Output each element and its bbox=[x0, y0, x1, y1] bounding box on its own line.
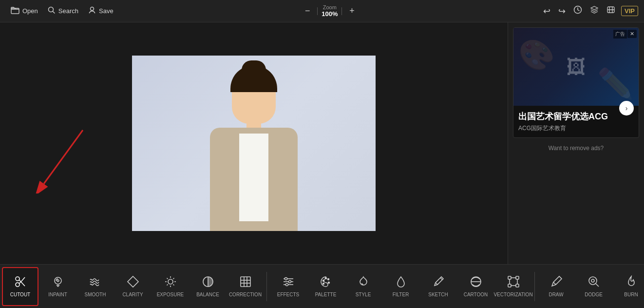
canvas-image bbox=[132, 56, 376, 231]
canvas-area[interactable] bbox=[0, 22, 508, 264]
right-sidebar: 🎨 ✏️ 🖼 广告 ✕ 出国艺术留学优选ACG ACG国际艺术教育 › Want… bbox=[508, 22, 644, 264]
open-button[interactable]: Open bbox=[6, 4, 43, 18]
svg-point-53 bbox=[591, 279, 594, 282]
sketch-label: SKETCH bbox=[428, 292, 448, 297]
history-icon[interactable] bbox=[571, 3, 584, 19]
svg-point-36 bbox=[285, 284, 288, 286]
cutout-label: CUTOUT bbox=[10, 292, 30, 297]
ad-decor2: ✏️ bbox=[597, 66, 634, 101]
search-icon bbox=[48, 6, 56, 16]
layers-icon[interactable] bbox=[588, 3, 601, 19]
undo-icon[interactable]: ↩ bbox=[541, 4, 552, 19]
zoom-divider2 bbox=[341, 7, 342, 15]
correction-label: CORRECTION bbox=[229, 292, 262, 297]
save-label: Save bbox=[99, 7, 114, 15]
burn-icon bbox=[625, 275, 638, 290]
ad-decor1: 🎨 bbox=[518, 38, 555, 72]
svg-point-34 bbox=[284, 278, 287, 280]
tool-inpaint[interactable]: INPAINT bbox=[39, 267, 76, 306]
inpaint-label: INPAINT bbox=[48, 292, 67, 297]
svg-rect-44 bbox=[508, 276, 511, 279]
ad-banner: 🎨 ✏️ 🖼 广告 ✕ 出国艺术留学优选ACG ACG国际艺术教育 › bbox=[513, 27, 639, 138]
open-label: Open bbox=[22, 7, 38, 15]
ad-image-area: 🎨 ✏️ 🖼 广告 ✕ bbox=[513, 28, 639, 106]
vip-badge[interactable]: VIP bbox=[621, 6, 638, 16]
svg-point-52 bbox=[589, 277, 597, 285]
ad-label-text: 广告 bbox=[613, 30, 627, 38]
palette-icon bbox=[320, 275, 332, 290]
tool-cutout[interactable]: CUTOUT bbox=[2, 267, 38, 306]
svg-point-40 bbox=[327, 279, 329, 280]
palette-label: PALETTE bbox=[315, 292, 337, 297]
svg-point-13 bbox=[57, 280, 59, 282]
smooth-label: SMOOTH bbox=[85, 292, 106, 297]
top-toolbar: Open Search Save − Zoom 100% + bbox=[0, 0, 644, 22]
zoom-divider bbox=[317, 7, 318, 15]
remove-ads-text[interactable]: Want to remove ads? bbox=[513, 143, 639, 154]
correction-icon bbox=[239, 275, 252, 290]
svg-point-35 bbox=[288, 281, 291, 283]
tool-draw[interactable]: DRAW bbox=[538, 267, 574, 306]
style-icon bbox=[357, 275, 370, 290]
zoom-out-button[interactable]: − bbox=[302, 5, 313, 17]
tool-sketch[interactable]: SKETCH bbox=[420, 267, 456, 306]
tool-vectorization[interactable]: VECTORIZATION bbox=[495, 267, 531, 306]
ad-title: 出国艺术留学优选ACG bbox=[518, 111, 634, 122]
tool-effects[interactable]: EFFECTS bbox=[270, 267, 306, 306]
svg-point-2 bbox=[91, 7, 94, 10]
effects-label: EFFECTS bbox=[277, 292, 300, 297]
vectorization-icon bbox=[507, 275, 520, 290]
svg-point-15 bbox=[168, 279, 173, 284]
tool-smooth[interactable]: SMOOTH bbox=[77, 267, 114, 306]
svg-point-38 bbox=[322, 283, 324, 285]
tool-exposure[interactable]: EXPOSURE bbox=[152, 267, 189, 306]
svg-line-20 bbox=[167, 278, 168, 279]
main-area: 🎨 ✏️ 🖼 广告 ✕ 出国艺术留学优选ACG ACG国际艺术教育 › Want… bbox=[0, 22, 644, 264]
svg-point-8 bbox=[16, 283, 19, 287]
dodge-label: DODGE bbox=[585, 292, 603, 297]
svg-marker-14 bbox=[128, 276, 138, 287]
svg-point-12 bbox=[55, 277, 61, 284]
zoom-in-button[interactable]: + bbox=[346, 5, 358, 17]
svg-line-6 bbox=[44, 130, 83, 184]
draw-label: DRAW bbox=[549, 292, 563, 297]
redo-icon[interactable]: ↪ bbox=[556, 4, 568, 19]
tool-filter[interactable]: FILTER bbox=[382, 267, 419, 306]
exposure-label: EXPOSURE bbox=[157, 292, 184, 297]
hair-top bbox=[242, 60, 266, 70]
ad-arrow-button[interactable]: › bbox=[619, 101, 634, 116]
inpaint-icon bbox=[52, 275, 64, 290]
svg-rect-47 bbox=[516, 284, 519, 287]
draw-icon bbox=[550, 275, 563, 290]
tool-balance[interactable]: BALANCE bbox=[189, 267, 226, 306]
tool-style[interactable]: STYLE bbox=[345, 267, 381, 306]
ad-decor3: 🖼 bbox=[567, 56, 586, 78]
filter-label: FILTER bbox=[393, 292, 409, 297]
svg-point-37 bbox=[322, 280, 324, 282]
cutout-icon bbox=[14, 275, 27, 290]
tool-correction[interactable]: CORRECTION bbox=[227, 267, 264, 306]
ad-close-button[interactable]: ✕ bbox=[627, 30, 637, 38]
translate-icon[interactable] bbox=[605, 3, 617, 19]
divider2 bbox=[534, 272, 535, 301]
svg-line-21 bbox=[173, 285, 174, 286]
tool-clarity[interactable]: CLARITY bbox=[114, 267, 151, 306]
vectorization-label: VECTORIZATION bbox=[493, 292, 532, 297]
cartoon-label: CARTOON bbox=[464, 292, 488, 297]
tool-burn[interactable]: BURN bbox=[613, 267, 644, 306]
tool-dodge[interactable]: DODGE bbox=[575, 267, 612, 306]
divider1 bbox=[266, 272, 267, 301]
balance-label: BALANCE bbox=[196, 292, 219, 297]
search-label: Search bbox=[58, 7, 78, 15]
svg-rect-45 bbox=[516, 276, 519, 279]
filter-icon bbox=[395, 275, 407, 290]
save-button[interactable]: Save bbox=[83, 4, 118, 18]
burn-label: BURN bbox=[624, 292, 638, 297]
search-button[interactable]: Search bbox=[43, 4, 83, 18]
tool-palette[interactable]: PALETTE bbox=[307, 267, 344, 306]
tool-cartoon[interactable]: CARTOON bbox=[457, 267, 494, 306]
effects-icon bbox=[282, 275, 295, 290]
smooth-icon bbox=[89, 275, 102, 290]
clarity-label: CLARITY bbox=[122, 292, 143, 297]
sketch-icon bbox=[432, 275, 445, 290]
